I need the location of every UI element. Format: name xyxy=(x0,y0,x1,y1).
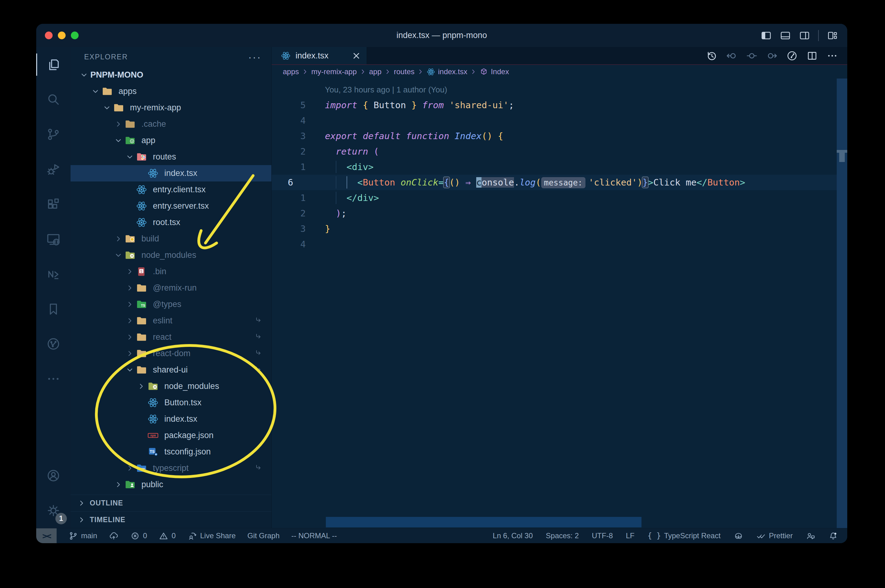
status-eol[interactable]: LF xyxy=(626,531,635,540)
sidebar-section-timeline[interactable]: TIMELINE xyxy=(71,512,271,528)
sidebar-section-outline[interactable]: OUTLINE xyxy=(71,495,271,512)
breadcrumb-item-routes[interactable]: routes xyxy=(394,68,415,76)
code-line[interactable]: 1 </div> xyxy=(272,190,847,206)
status-encoding[interactable]: UTF-8 xyxy=(592,531,613,540)
tree-item-label: .bin xyxy=(153,267,167,276)
tree-file-Button.tsx[interactable]: Button.tsx xyxy=(71,394,271,411)
zoom-window-button[interactable] xyxy=(71,32,78,39)
status-feedback[interactable] xyxy=(806,531,815,541)
code-line[interactable]: 4 xyxy=(272,237,847,252)
tree-folder-react[interactable]: react xyxy=(71,329,271,345)
previous-change-icon[interactable] xyxy=(726,50,738,62)
breadcrumb-item-app[interactable]: app xyxy=(369,68,382,76)
tree-file-tsconfig.json[interactable]: TStsconfig.json xyxy=(71,444,271,460)
status-indentation[interactable]: Spaces: 2 xyxy=(546,531,579,540)
activity-account[interactable] xyxy=(36,458,71,493)
tree-folder-routes[interactable]: routes xyxy=(71,149,271,165)
activity-source-control[interactable] xyxy=(36,117,71,152)
code-line-current[interactable]: 6 <Button onClick={() ⇒ console.log(mess… xyxy=(272,175,847,190)
feedback-icon xyxy=(806,531,815,541)
code-line[interactable]: 5import { Button } from 'shared-ui'; xyxy=(272,98,847,113)
tree-folder-build[interactable]: build xyxy=(71,231,271,247)
activity-bookmarks[interactable] xyxy=(36,291,71,327)
open-changes-icon[interactable] xyxy=(746,50,757,62)
more-actions-icon[interactable] xyxy=(826,50,838,62)
status-formatter[interactable]: Prettier xyxy=(756,531,793,541)
explorer-more-actions-icon[interactable]: ··· xyxy=(248,54,262,60)
next-change-icon[interactable] xyxy=(766,50,778,62)
activity-settings[interactable]: 1 xyxy=(36,493,71,528)
breadcrumb-item-index.tsx[interactable]: index.tsx xyxy=(427,68,467,76)
tree-folder-shared-ui[interactable]: shared-ui xyxy=(71,362,271,378)
tab-index-tsx[interactable]: index.tsx xyxy=(272,47,367,64)
tree-file-index.tsx[interactable]: index.tsx xyxy=(71,165,271,182)
code-editor[interactable]: You, 23 hours ago | 1 author (You) 5impo… xyxy=(272,78,847,528)
tree-folder-node_modules[interactable]: JSnode_modules xyxy=(71,378,271,394)
status-git-graph[interactable]: Git Graph xyxy=(248,531,280,540)
close-tab-icon[interactable] xyxy=(352,51,361,61)
breadcrumb-item-my-remix-app[interactable]: my-remix-app xyxy=(311,68,357,76)
code-line[interactable]: 1 <div> xyxy=(272,159,847,175)
activity-search[interactable] xyxy=(36,82,71,117)
toggle-sidebar-left-icon[interactable] xyxy=(761,30,772,41)
breadcrumb-item-apps[interactable]: apps xyxy=(283,68,299,76)
local-history-icon[interactable] xyxy=(706,50,717,62)
tree-file-package.json[interactable]: npmpackage.json xyxy=(71,427,271,444)
tree-folder-apps[interactable]: apps xyxy=(71,83,271,99)
status-live-share[interactable]: Live Share xyxy=(188,531,236,541)
status-cursor-position[interactable]: Ln 6, Col 30 xyxy=(493,531,533,540)
tree-folder-app[interactable]: app xyxy=(71,132,271,149)
search-icon xyxy=(46,92,61,106)
code-line[interactable]: 3} xyxy=(272,221,847,237)
activity-explorer[interactable] xyxy=(36,47,71,82)
tree-folder-eslint[interactable]: eslint xyxy=(71,312,271,329)
minimize-window-button[interactable] xyxy=(58,32,66,39)
status-warnings[interactable]: 0 xyxy=(159,531,175,541)
status-git-branch[interactable]: main xyxy=(68,531,97,541)
tree-item-label: public xyxy=(141,480,163,489)
tree-folder-typescript[interactable]: TStypescript xyxy=(71,460,271,476)
activity-nx-console[interactable] xyxy=(36,256,71,291)
code-line[interactable]: 2 return ( xyxy=(272,144,847,159)
tree-folder-.cache[interactable]: .cache xyxy=(71,116,271,132)
tree-folder-@remix-run[interactable]: @remix-run xyxy=(71,280,271,296)
tree-folder-node_modules[interactable]: JSnode_modules xyxy=(71,247,271,263)
tree-file-index.tsx[interactable]: index.tsx xyxy=(71,411,271,427)
nx-console-icon xyxy=(46,267,61,281)
remote-indicator[interactable]: >< xyxy=(36,528,57,543)
status-vim-mode[interactable]: -- NORMAL -- xyxy=(292,531,337,540)
status-publish-sync[interactable] xyxy=(109,531,119,541)
tree-folder-@types[interactable]: TS@types xyxy=(71,296,271,312)
activity-remote-explorer[interactable] xyxy=(36,222,71,256)
vertical-scrollbar[interactable] xyxy=(837,78,847,528)
activity-extensions[interactable] xyxy=(36,187,71,222)
tree-file-entry.server.tsx[interactable]: entry.server.tsx xyxy=(71,198,271,214)
code-line[interactable]: 3export default function Index() { xyxy=(272,128,847,144)
activity-git-graph[interactable] xyxy=(36,327,71,362)
view-git-graph-icon[interactable] xyxy=(786,50,798,62)
split-editor-icon[interactable] xyxy=(807,50,818,62)
status-pretzel[interactable] xyxy=(734,531,743,541)
toggle-sidebar-right-icon[interactable] xyxy=(799,30,810,41)
code-line[interactable]: 2 ); xyxy=(272,206,847,221)
tree-folder-public[interactable]: public xyxy=(71,476,271,493)
code-line[interactable]: 4 xyxy=(272,113,847,128)
status-errors[interactable]: 0 xyxy=(130,531,147,541)
close-window-button[interactable] xyxy=(45,32,53,39)
activity-more-views[interactable] xyxy=(36,362,71,396)
status-language-mode[interactable]: { }TypeScript React xyxy=(648,531,721,540)
tree-file-root.tsx[interactable]: root.tsx xyxy=(71,214,271,231)
toggle-panel-icon[interactable] xyxy=(780,30,791,41)
tree-folder-.bin[interactable]: 0110.bin xyxy=(71,263,271,280)
customize-layout-icon[interactable] xyxy=(827,30,838,41)
tree-folder-react-dom[interactable]: react-dom xyxy=(71,345,271,362)
breadcrumb-item-Index[interactable]: Index xyxy=(480,68,509,76)
tree-file-entry.client.tsx[interactable]: entry.client.tsx xyxy=(71,182,271,198)
tree-folder-my-remix-app[interactable]: my-remix-app xyxy=(71,99,271,116)
blame-text: You, 23 hours ago | 1 author (You) xyxy=(325,85,447,94)
activity-run-debug[interactable] xyxy=(36,152,71,187)
status-notifications[interactable] xyxy=(828,531,838,541)
tree-folder-PNPM-MONO[interactable]: PNPM-MONO xyxy=(71,67,271,83)
folder-tan-icon xyxy=(136,282,147,293)
horizontal-scrollbar[interactable] xyxy=(326,517,641,527)
